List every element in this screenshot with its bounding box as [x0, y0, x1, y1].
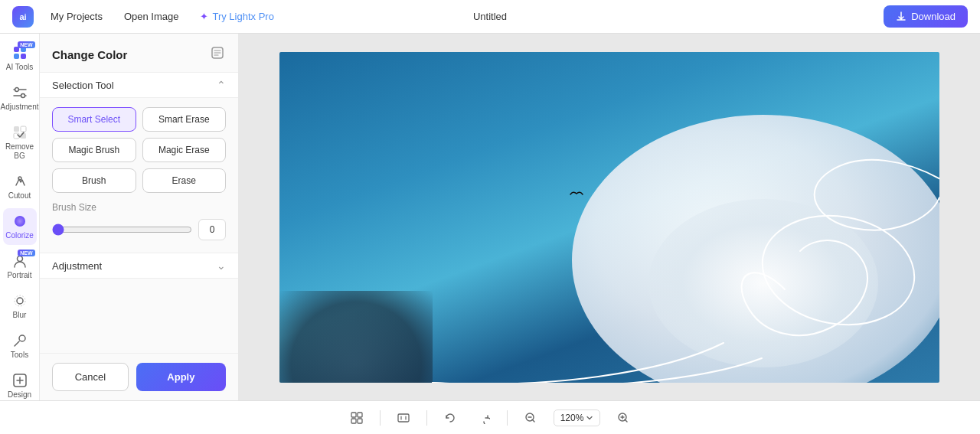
- svg-point-17: [17, 298, 23, 304]
- apply-button[interactable]: Apply: [136, 363, 226, 391]
- image-canvas: [279, 52, 939, 383]
- selection-row-3: Brush Erase: [52, 168, 226, 193]
- smart-select-button[interactable]: Smart Select: [52, 107, 136, 132]
- tools-icon: [11, 332, 28, 349]
- dropdown-arrow-icon: [586, 414, 593, 422]
- separator-2: [426, 410, 427, 426]
- cancel-button[interactable]: Cancel: [52, 363, 129, 391]
- smart-erase-button[interactable]: Smart Erase: [142, 107, 227, 132]
- cloud-secondary: [648, 199, 878, 367]
- try-lightx-pro-button[interactable]: ✦ Try Lightx Pro: [192, 8, 281, 25]
- blur-icon: [11, 292, 28, 309]
- sidebar-item-blur[interactable]: Blur: [3, 288, 37, 325]
- adjustment-section-header[interactable]: Adjustment ⌄: [40, 253, 238, 279]
- colorize-icon: [11, 213, 28, 230]
- svg-rect-3: [21, 54, 26, 59]
- chevron-up-icon: ⌃: [217, 79, 226, 91]
- blur-label: Blur: [13, 311, 27, 320]
- redo-button[interactable]: [473, 409, 495, 427]
- brush-button[interactable]: Brush: [52, 168, 136, 193]
- grid-toggle-button[interactable]: [346, 409, 368, 427]
- sidebar-item-design[interactable]: Design: [3, 367, 37, 400]
- zoom-in-button[interactable]: [612, 409, 634, 427]
- topnav: ai My Projects Open Image ✦ Try Lightx P…: [0, 0, 980, 34]
- main-area: NEW AI Tools Adjustment: [0, 34, 980, 400]
- sidebar-item-cutout[interactable]: Cutout: [3, 168, 37, 205]
- svg-rect-2: [14, 54, 19, 59]
- bird-svg: [570, 191, 583, 198]
- brush-size-label: Brush Size: [52, 202, 226, 213]
- grid-icon: [351, 412, 363, 424]
- download-button[interactable]: Download: [884, 5, 968, 28]
- design-label: Design: [8, 390, 31, 400]
- brush-size-value: 0: [198, 219, 226, 240]
- brush-size-row: 0: [52, 219, 226, 240]
- svg-rect-27: [398, 414, 409, 422]
- document-title: Untitled: [473, 11, 507, 22]
- selection-row-2: Magic Brush Magic Erase: [52, 138, 226, 162]
- svg-rect-10: [14, 126, 19, 132]
- separator-1: [380, 410, 381, 426]
- adjustment-icon: [11, 84, 28, 101]
- zoom-display: 120%: [554, 410, 601, 426]
- my-projects-button[interactable]: My Projects: [43, 8, 110, 25]
- chevron-down-icon: ⌄: [217, 259, 226, 272]
- panel-history-button[interactable]: [209, 44, 226, 64]
- zoom-out-button[interactable]: [520, 409, 541, 427]
- ai-tools-label: AI Tools: [6, 63, 33, 72]
- selection-row-1: Smart Select Smart Erase: [52, 107, 226, 132]
- bottom-toolbar: 120%: [0, 400, 980, 434]
- cloud-left: [279, 291, 433, 383]
- sidebar-item-ai-tools[interactable]: NEW AI Tools: [3, 40, 37, 77]
- tool-panel-header: Change Color: [40, 34, 238, 72]
- undo-icon: [444, 412, 456, 424]
- sidebar-item-portrait[interactable]: NEW Portrait: [3, 248, 37, 285]
- history-icon: [211, 46, 224, 60]
- magic-erase-button[interactable]: Magic Erase: [142, 138, 227, 162]
- svg-rect-11: [21, 126, 26, 132]
- selection-content: Smart Select Smart Erase Magic Brush Mag…: [40, 98, 238, 250]
- colorize-label: Colorize: [5, 231, 34, 240]
- selection-tool-label: Selection Tool: [52, 80, 114, 91]
- remove-bg-label: Remove BG: [5, 142, 34, 161]
- adjustment-label: Adjustment: [0, 103, 38, 112]
- sidebar-item-tools[interactable]: Tools: [3, 328, 37, 364]
- new-badge: NEW: [18, 41, 34, 48]
- adjustment-label: Adjustment: [52, 260, 102, 272]
- aspect-ratio-button[interactable]: [393, 409, 414, 427]
- remove-bg-icon: [11, 124, 28, 141]
- svg-rect-26: [358, 419, 362, 423]
- tools-label: Tools: [11, 351, 28, 360]
- redo-icon: [478, 412, 490, 424]
- portrait-new-badge: NEW: [18, 250, 34, 256]
- selection-tool-section-header[interactable]: Selection Tool ⌃: [40, 72, 238, 98]
- tool-panel-title: Change Color: [52, 48, 127, 61]
- erase-button[interactable]: Erase: [142, 168, 227, 193]
- sidebar-item-remove-bg[interactable]: Remove BG: [3, 119, 37, 165]
- brush-size-slider[interactable]: [52, 224, 192, 236]
- cutout-label: Cutout: [8, 191, 31, 201]
- design-icon: [11, 372, 28, 389]
- open-image-button[interactable]: Open Image: [116, 8, 187, 25]
- magic-brush-button[interactable]: Magic Brush: [52, 138, 136, 162]
- zoom-out-icon: [524, 412, 537, 424]
- bottom-buttons: Cancel Apply: [40, 353, 238, 400]
- separator-3: [507, 410, 508, 426]
- download-icon: [896, 11, 906, 22]
- svg-rect-25: [351, 419, 356, 423]
- sparkle-icon: ✦: [200, 11, 208, 22]
- svg-point-16: [17, 256, 22, 262]
- app-logo: ai: [12, 6, 34, 28]
- undo-button[interactable]: [439, 409, 461, 427]
- svg-point-14: [18, 177, 21, 180]
- zoom-in-icon: [617, 412, 629, 424]
- sidebar-item-adjustment[interactable]: Adjustment: [3, 80, 37, 116]
- svg-point-18: [15, 295, 25, 306]
- svg-rect-24: [358, 413, 362, 417]
- sidebar-item-colorize[interactable]: Colorize: [3, 208, 37, 245]
- portrait-label: Portrait: [7, 271, 31, 280]
- zoom-value-button[interactable]: 120%: [554, 410, 601, 426]
- svg-rect-23: [351, 413, 356, 417]
- cutout-icon: [11, 173, 28, 190]
- icon-sidebar: NEW AI Tools Adjustment: [0, 34, 40, 400]
